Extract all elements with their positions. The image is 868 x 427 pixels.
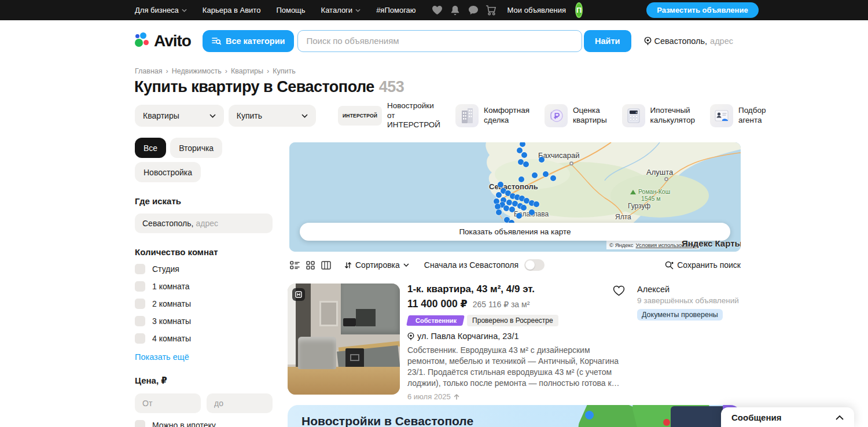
mortgage-option[interactable]: Можно в ипотеку — [135, 420, 274, 427]
map-marker[interactable] — [509, 207, 515, 212]
save-search-button[interactable]: Сохранить поиск — [665, 260, 741, 270]
search-submit-button[interactable]: Найти — [584, 30, 631, 52]
map-marker[interactable] — [498, 182, 503, 187]
search-input[interactable] — [297, 30, 582, 52]
price-from-input[interactable] — [135, 393, 201, 413]
all-categories-button[interactable]: Все категории — [203, 30, 295, 52]
room-option-1[interactable]: 1 комната — [135, 281, 274, 292]
map-marker[interactable] — [506, 200, 512, 205]
map-marker[interactable] — [532, 172, 538, 178]
my-ads-link[interactable]: Мои объявления — [507, 6, 566, 14]
map-marker[interactable] — [520, 142, 525, 147]
avito-logo[interactable]: Avito — [135, 32, 191, 50]
shortcut-agent[interactable]: Подбор агента — [710, 104, 766, 127]
notifications-bell-icon[interactable] — [450, 5, 461, 16]
shortcut-label: Подбор агента — [738, 106, 766, 126]
shortcut-mortgage-calculator[interactable]: 89 Ипотечный калькулятор — [622, 104, 695, 127]
user-avatar[interactable]: П — [575, 2, 583, 18]
map-marker[interactable] — [550, 175, 556, 181]
avito-logo-dots-icon — [135, 32, 150, 50]
map-marker[interactable] — [521, 205, 527, 211]
nav-help[interactable]: Помощь — [276, 6, 305, 14]
sort-dropdown[interactable]: Сортировка — [344, 260, 409, 270]
category-dropdown[interactable]: Квартиры — [135, 105, 224, 127]
checkbox[interactable] — [135, 264, 145, 274]
rooms-heading: Количество комнат — [135, 247, 274, 257]
show-on-map-button[interactable]: Показать объявления на карте — [300, 223, 730, 241]
chip-newbuild[interactable]: Новостройка — [135, 162, 201, 182]
map-marker[interactable] — [503, 205, 509, 211]
nav-career[interactable]: Карьера в Авито — [203, 6, 261, 14]
map-marker[interactable] — [495, 204, 501, 209]
chip-all[interactable]: Все — [135, 138, 166, 158]
agent-icon — [710, 104, 733, 127]
listing-photo[interactable] — [288, 284, 400, 395]
room-option-4[interactable]: 4 комнаты — [135, 333, 274, 344]
svg-text:89: 89 — [635, 111, 638, 114]
results-map[interactable]: Бахчисарай Алушта Севастополь Роман-Кош … — [289, 142, 741, 252]
chevron-up-icon[interactable] — [836, 415, 844, 420]
checkbox-label: 2 комнаты — [152, 299, 191, 308]
breadcrumb-link[interactable]: Недвижимость — [172, 67, 222, 75]
chip-secondary[interactable]: Вторичка — [170, 138, 222, 158]
local-first-toggle[interactable] — [524, 259, 545, 271]
nav-label: Помощь — [276, 6, 305, 14]
chevron-down-icon — [209, 114, 216, 118]
location-selector[interactable]: Севастополь, адрес — [644, 36, 733, 46]
view-list-icon[interactable] — [289, 260, 300, 270]
checkbox[interactable] — [135, 281, 145, 292]
map-marker[interactable] — [496, 192, 502, 198]
view-grid-icon[interactable] — [305, 260, 315, 270]
page: Для бизнеса Карьера в Авито Помощь Катал… — [0, 0, 868, 427]
checkbox[interactable] — [135, 420, 145, 427]
view-map-icon[interactable] — [321, 260, 331, 270]
save-search-icon — [665, 261, 674, 270]
sort-label: Сортировка — [355, 260, 400, 270]
newbuildings-banner[interactable]: Новостройки в Севастополе — [288, 405, 741, 427]
post-ad-button[interactable]: Разместить объявление — [646, 2, 758, 18]
nav-catalogs[interactable]: Каталоги — [321, 6, 361, 14]
shortcut-valuation[interactable]: Оценка квартиры — [545, 104, 607, 127]
shortcut-label: Комфортная сделка — [484, 106, 529, 126]
checkbox-label: 3 комнаты — [152, 316, 191, 326]
checkbox[interactable] — [135, 333, 145, 344]
shortcut-label: Ипотечный калькулятор — [650, 106, 695, 126]
map-marker[interactable] — [543, 171, 549, 177]
breadcrumb-link[interactable]: Главная — [135, 67, 163, 75]
map-marker[interactable] — [516, 213, 522, 219]
favorites-heart-icon[interactable] — [432, 5, 443, 16]
map-marker[interactable] — [539, 157, 545, 163]
shortcut-comfort-deal[interactable]: Комфортная сделка — [455, 104, 529, 127]
room-option-3[interactable]: 3 комнаты — [135, 316, 274, 326]
map-marker[interactable] — [496, 209, 502, 215]
nav-ihelp[interactable]: #яПомогаю — [376, 6, 415, 14]
map-marker[interactable] — [534, 201, 539, 207]
checkbox[interactable] — [135, 316, 145, 326]
listing-date: 6 июля 2025 — [407, 392, 623, 401]
listing-title[interactable]: 1-к. квартира, 43 м², 4/9 эт. — [407, 284, 623, 295]
breadcrumb-link[interactable]: Квартиры — [231, 67, 263, 75]
shortcut-interstroy[interactable]: ИНТЕРСТРОЙ Новостройки от ИНТЕРСТРОЙ — [338, 101, 440, 131]
category-dropdown-value: Квартиры — [143, 111, 179, 120]
map-marker[interactable] — [518, 176, 524, 182]
map-marker[interactable] — [521, 152, 527, 158]
where-input[interactable]: Севастополь, адрес — [135, 214, 273, 233]
room-option-2[interactable]: 2 комнаты — [135, 299, 274, 309]
checkbox-label: 1 комната — [152, 282, 190, 291]
nav-for-business[interactable]: Для бизнеса — [135, 6, 187, 14]
room-option-studio[interactable]: Студия — [135, 264, 274, 274]
market-type-chips: Все Вторичка Новостройка — [135, 138, 274, 182]
checkbox[interactable] — [135, 299, 145, 309]
favorite-heart-icon[interactable] — [613, 285, 625, 299]
breadcrumb-link[interactable]: Купить — [273, 67, 296, 75]
deal-type-dropdown[interactable]: Купить — [229, 105, 316, 127]
show-more-link[interactable]: Показать ещё — [135, 352, 274, 362]
map-marker[interactable] — [523, 161, 529, 167]
price-to-input[interactable] — [207, 393, 273, 413]
map-marker[interactable] — [529, 209, 535, 215]
seller-name[interactable]: Алексей — [637, 285, 740, 294]
cart-icon[interactable] — [486, 5, 497, 16]
site-header: Avito Все категории Найти Севастополь, а… — [0, 20, 868, 61]
messages-panel[interactable]: Сообщения — [721, 407, 854, 427]
messages-chat-icon[interactable] — [468, 5, 479, 16]
